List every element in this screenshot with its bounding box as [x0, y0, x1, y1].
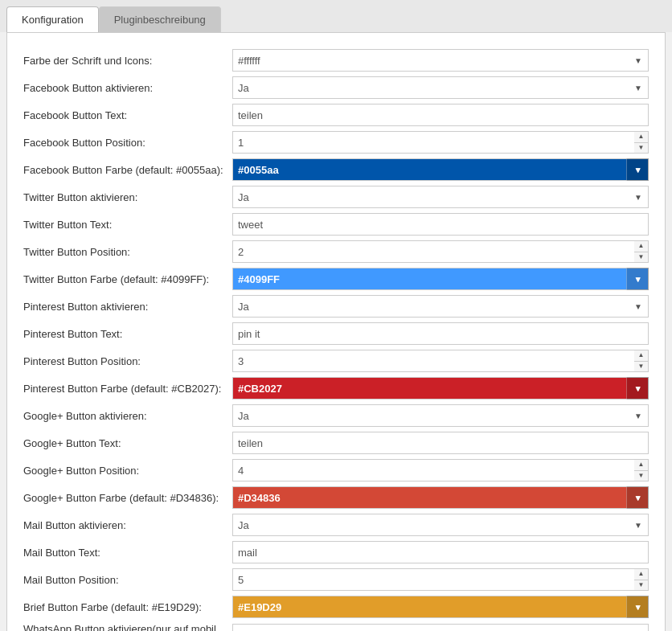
color-select-wrap-facebook-color: #0055aa▼ — [232, 158, 649, 181]
color-select-twitter-color[interactable]: #4099FF — [232, 268, 649, 290]
spinner-wrap-mail-position: ▲▼ — [232, 568, 649, 591]
select-pinterest-active[interactable]: Ja — [232, 295, 649, 318]
form-row-pinterest-position: Pinterest Button Position:▲▼ — [23, 350, 649, 372]
form-row-googleplus-position: Google+ Button Position:▲▼ — [23, 459, 649, 481]
label-googleplus-active: Google+ Button aktivieren: — [23, 410, 232, 422]
spinner-input-pinterest-position[interactable] — [232, 350, 634, 372]
select-wrap-whatsapp-active: Ja — [232, 624, 649, 631]
spinner-up-pinterest-position[interactable]: ▲ — [634, 350, 648, 362]
spinner-down-twitter-position[interactable]: ▼ — [634, 252, 648, 263]
spinner-wrap-twitter-position: ▲▼ — [232, 240, 649, 263]
form-row-brief-color: Brief Button Farbe (default: #E19D29):#E… — [23, 596, 649, 618]
form-row-pinterest-text: Pinterest Button Text: — [23, 322, 649, 345]
form-row-whatsapp-active: WhatsApp Button aktivieren(nur auf mobil… — [23, 623, 649, 631]
spinner-down-googleplus-position[interactable]: ▼ — [634, 471, 648, 481]
content-area: Farbe der Schrift und Icons:#ffffffFaceb… — [6, 32, 666, 631]
form-row-pinterest-color: Pinterest Button Farbe (default: #CB2027… — [23, 377, 649, 399]
form-row-mail-text: Mail Button Text: — [23, 541, 649, 563]
form-row-twitter-text: Twitter Button Text: — [23, 213, 649, 236]
spinner-input-googleplus-position[interactable] — [232, 459, 634, 481]
form-row-facebook-position: Facebook Button Position:▲▼ — [23, 131, 649, 154]
input-googleplus-text[interactable] — [232, 432, 649, 454]
form-row-twitter-active: Twitter Button aktivieren:Ja — [23, 186, 649, 208]
form-row-mail-active: Mail Button aktivieren:Ja — [23, 514, 649, 536]
select-wrap-googleplus-active: Ja — [232, 404, 649, 427]
form-row-twitter-position: Twitter Button Position:▲▼ — [23, 240, 649, 263]
spinner-down-pinterest-position[interactable]: ▼ — [634, 362, 648, 372]
label-facebook-position: Facebook Button Position: — [23, 137, 232, 149]
spinner-up-mail-position[interactable]: ▲ — [634, 569, 648, 580]
label-pinterest-text: Pinterest Button Text: — [23, 328, 232, 340]
form-row-facebook-active: Facebook Button aktivieren:Ja — [23, 76, 649, 99]
spinner-down-facebook-position[interactable]: ▼ — [634, 143, 648, 154]
spinner-input-mail-position[interactable] — [232, 568, 634, 591]
label-mail-position: Mail Button Position: — [23, 574, 232, 586]
select-wrap-facebook-active: Ja — [232, 76, 649, 99]
select-wrap-mail-active: Ja — [232, 514, 649, 536]
tab-pluginbeschreibung[interactable]: Pluginbeschreibung — [99, 6, 221, 32]
input-twitter-text[interactable] — [232, 213, 649, 236]
tab-bar: Konfiguration Pluginbeschreibung — [0, 0, 672, 32]
color-select-wrap-twitter-color: #4099FF▼ — [232, 268, 649, 290]
form-row-font-color: Farbe der Schrift und Icons:#ffffff — [23, 49, 649, 72]
tab-konfiguration[interactable]: Konfiguration — [6, 6, 99, 32]
form-row-googleplus-text: Google+ Button Text: — [23, 432, 649, 454]
label-twitter-color: Twitter Button Farbe (default: #4099FF): — [23, 273, 232, 285]
spinner-down-mail-position[interactable]: ▼ — [634, 580, 648, 591]
select-mail-active[interactable]: Ja — [232, 514, 649, 536]
color-select-googleplus-color[interactable]: #D34836 — [232, 486, 649, 509]
input-pinterest-text[interactable] — [232, 322, 649, 345]
form-row-googleplus-color: Google+ Button Farbe (default: #D34836):… — [23, 486, 649, 509]
select-whatsapp-active[interactable]: Ja — [232, 624, 649, 631]
form-row-mail-position: Mail Button Position:▲▼ — [23, 568, 649, 591]
color-select-facebook-color[interactable]: #0055aa — [232, 158, 649, 181]
select-facebook-active[interactable]: Ja — [232, 76, 649, 99]
select-font-color[interactable]: #ffffff — [232, 49, 649, 72]
label-twitter-active: Twitter Button aktivieren: — [23, 191, 232, 203]
label-twitter-text: Twitter Button Text: — [23, 219, 232, 231]
select-twitter-active[interactable]: Ja — [232, 186, 649, 208]
spinner-up-facebook-position[interactable]: ▲ — [634, 132, 648, 143]
form-row-pinterest-active: Pinterest Button aktivieren:Ja — [23, 295, 649, 318]
select-wrap-pinterest-active: Ja — [232, 295, 649, 318]
select-googleplus-active[interactable]: Ja — [232, 404, 649, 427]
label-twitter-position: Twitter Button Position: — [23, 246, 232, 258]
color-select-wrap-pinterest-color: #CB2027▼ — [232, 377, 649, 399]
form-row-facebook-text: Facebook Button Text: — [23, 104, 649, 126]
color-select-brief-color[interactable]: #E19D29 — [232, 596, 649, 618]
form-row-googleplus-active: Google+ Button aktivieren:Ja — [23, 404, 649, 427]
label-facebook-active: Facebook Button aktivieren: — [23, 82, 232, 94]
label-pinterest-active: Pinterest Button aktivieren: — [23, 301, 232, 313]
spinner-wrap-facebook-position: ▲▼ — [232, 131, 649, 154]
label-brief-color: Brief Button Farbe (default: #E19D29): — [23, 601, 232, 613]
form-row-facebook-color: Facebook Button Farbe (default: #0055aa)… — [23, 158, 649, 181]
form-row-twitter-color: Twitter Button Farbe (default: #4099FF):… — [23, 268, 649, 290]
select-wrap-twitter-active: Ja — [232, 186, 649, 208]
spinner-up-twitter-position[interactable]: ▲ — [634, 241, 648, 252]
spinner-up-googleplus-position[interactable]: ▲ — [634, 460, 648, 471]
spinner-input-twitter-position[interactable] — [232, 240, 634, 263]
spinner-wrap-googleplus-position: ▲▼ — [232, 459, 649, 481]
label-font-color: Farbe der Schrift und Icons: — [23, 55, 232, 67]
label-facebook-text: Facebook Button Text: — [23, 109, 232, 121]
label-googleplus-position: Google+ Button Position: — [23, 465, 232, 477]
label-mail-text: Mail Button Text: — [23, 547, 232, 559]
input-mail-text[interactable] — [232, 541, 649, 563]
input-facebook-text[interactable] — [232, 104, 649, 126]
label-googleplus-color: Google+ Button Farbe (default: #D34836): — [23, 492, 232, 504]
label-mail-active: Mail Button aktivieren: — [23, 519, 232, 531]
label-facebook-color: Facebook Button Farbe (default: #0055aa)… — [23, 164, 232, 176]
color-select-pinterest-color[interactable]: #CB2027 — [232, 377, 649, 399]
label-googleplus-text: Google+ Button Text: — [23, 437, 232, 449]
label-whatsapp-active: WhatsApp Button aktivieren(nur auf mobil… — [23, 623, 232, 631]
spinner-wrap-pinterest-position: ▲▼ — [232, 350, 649, 372]
label-pinterest-color: Pinterest Button Farbe (default: #CB2027… — [23, 383, 232, 395]
spinner-input-facebook-position[interactable] — [232, 131, 634, 154]
select-wrap-font-color: #ffffff — [232, 49, 649, 72]
color-select-wrap-googleplus-color: #D34836▼ — [232, 486, 649, 509]
form-container: Farbe der Schrift und Icons:#ffffffFaceb… — [23, 49, 649, 631]
label-pinterest-position: Pinterest Button Position: — [23, 355, 232, 367]
color-select-wrap-brief-color: #E19D29▼ — [232, 596, 649, 618]
